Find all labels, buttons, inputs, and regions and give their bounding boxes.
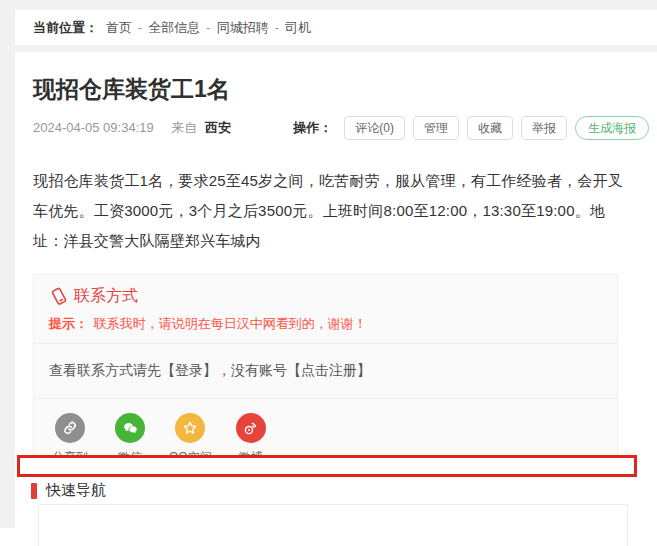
contact-box: 联系方式 提示： 联系我时，请说明在每日汉中网看到的，谢谢！ 查看联系方式请先【… — [33, 274, 618, 476]
manage-button[interactable]: 管理 — [413, 116, 459, 140]
breadcrumb-link-local-jobs[interactable]: 同城招聘 — [217, 19, 269, 37]
login-prompt-prefix: 查看联系方式请先 — [49, 362, 161, 378]
login-link[interactable]: 【登录】 — [161, 362, 217, 378]
quick-nav-header: 快速导航 — [31, 481, 106, 500]
breadcrumb-separator: - — [206, 20, 210, 35]
contact-hint-text: 联系我时，请说明在每日汉中网看到的，谢谢！ — [94, 316, 367, 331]
page-background-gap — [15, 45, 657, 52]
breadcrumb: 当前位置： 首页 - 全部信息 - 同城招聘 - 司机 — [15, 10, 657, 45]
post-body: 现招仓库装货工1名，要求25至45岁之间，吃苦耐劳，服从管理，有工作经验者，会开… — [33, 166, 649, 256]
breadcrumb-separator: - — [275, 20, 279, 35]
post-meta-row: 2024-04-05 09:34:19 来自 西安 操作： 评论(0) 管理 收… — [33, 116, 649, 140]
breadcrumb-link-home[interactable]: 首页 — [106, 19, 132, 37]
contact-title: 联系方式 — [74, 286, 138, 307]
quick-nav-marker — [31, 483, 37, 499]
contact-hint: 提示： 联系我时，请说明在每日汉中网看到的，谢谢！ — [49, 315, 602, 333]
breadcrumb-link-all-info[interactable]: 全部信息 — [148, 19, 200, 37]
phone-icon — [49, 287, 68, 306]
post-meta: 2024-04-05 09:34:19 来自 西安 — [33, 119, 231, 137]
post-card: 现招仓库装货工1名 2024-04-05 09:34:19 来自 西安 操作： … — [15, 52, 657, 445]
link-icon — [55, 413, 85, 443]
register-link[interactable]: 【点击注册】 — [287, 362, 371, 378]
report-button[interactable]: 举报 — [521, 116, 567, 140]
generate-poster-button[interactable]: 生成海报 — [575, 116, 649, 140]
comment-button[interactable]: 评论(0) — [344, 116, 405, 140]
post-source: 西安 — [205, 120, 231, 135]
operations-label: 操作： — [293, 119, 332, 137]
annotation-highlight-box — [17, 455, 637, 477]
favorite-button[interactable]: 收藏 — [467, 116, 513, 140]
breadcrumb-link-driver[interactable]: 司机 — [285, 19, 311, 37]
qzone-star-icon — [175, 413, 205, 443]
quick-nav-title: 快速导航 — [46, 481, 106, 500]
contact-header-section: 联系方式 提示： 联系我时，请说明在每日汉中网看到的，谢谢！ — [34, 275, 617, 343]
contact-header: 联系方式 — [49, 286, 602, 307]
post-title: 现招仓库装货工1名 — [33, 74, 649, 104]
operations-bar: 操作： 评论(0) 管理 收藏 举报 生成海报 — [293, 116, 649, 140]
page-background-left — [0, 10, 15, 528]
breadcrumb-label: 当前位置： — [33, 19, 98, 37]
page: 当前位置： 首页 - 全部信息 - 同城招聘 - 司机 现招仓库装货工1名 20… — [0, 0, 657, 546]
post-datetime: 2024-04-05 09:34:19 — [33, 120, 154, 135]
login-prompt-mid: ，没有账号 — [217, 362, 287, 378]
wechat-icon — [115, 413, 145, 443]
quick-nav-card — [38, 504, 628, 546]
login-prompt-section: 查看联系方式请先【登录】，没有账号【点击注册】 — [34, 344, 617, 398]
page-background-top — [0, 0, 657, 10]
breadcrumb-separator: - — [138, 20, 142, 35]
contact-hint-label: 提示： — [49, 316, 88, 331]
weibo-icon — [236, 413, 266, 443]
post-source-label: 来自 — [171, 120, 197, 135]
